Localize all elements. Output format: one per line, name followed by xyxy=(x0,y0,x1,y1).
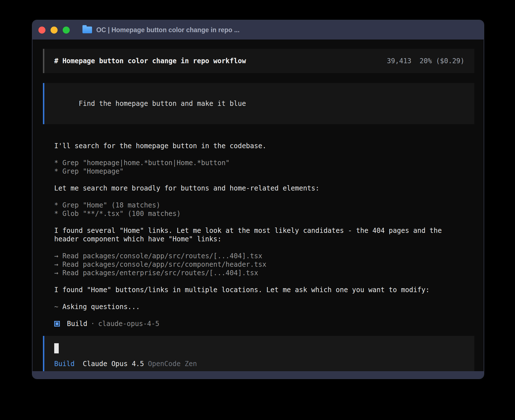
assistant-text: Let me search more broadly for buttons a… xyxy=(54,184,474,193)
agent-name: Build xyxy=(54,360,75,368)
tool-call-text: Grep "homepage|home.*button|Home.*button… xyxy=(58,159,230,167)
arrow-icon: → xyxy=(54,252,58,260)
session-title: # Homepage button color change in repo w… xyxy=(54,57,246,65)
minimize-button[interactable] xyxy=(51,27,58,34)
assistant-text: I found "Home" buttons/links in multiple… xyxy=(54,286,474,294)
tool-call: * Grep "Homepage" xyxy=(54,167,474,176)
folder-icon xyxy=(82,27,92,33)
tool-call: * Grep "homepage|home.*button|Home.*butt… xyxy=(54,159,474,167)
agent-square-icon xyxy=(54,321,60,327)
status-text: Asking questions... xyxy=(58,303,140,311)
terminal-window: OC | Homepage button color change in rep… xyxy=(32,20,484,379)
provider-name: OpenCode Zen xyxy=(148,360,197,368)
session-header: # Homepage button color change in repo w… xyxy=(43,49,474,73)
prompt-status-line: Build Claude Opus 4.5 OpenCode Zen xyxy=(54,360,464,368)
agent-badge-model: claude-opus-4-5 xyxy=(98,320,160,328)
agent-badge-name: Build xyxy=(67,320,87,328)
tool-call: → Read packages/console/app/src/componen… xyxy=(54,260,474,269)
asterisk-icon: * xyxy=(54,210,58,218)
tool-call: → Read packages/enterprise/src/routes/[.… xyxy=(54,269,474,277)
agent-badge: Build·claude-opus-4-5 xyxy=(54,320,474,328)
context-usage: 20% ($0.29) xyxy=(420,57,464,65)
zoom-button[interactable] xyxy=(63,27,70,34)
user-message: Find the homepage button and make it blu… xyxy=(43,83,474,124)
assistant-text: I found several "Home" links. Let me loo… xyxy=(54,226,474,243)
tool-call-text: Read packages/enterprise/src/routes/[...… xyxy=(58,269,258,277)
arrow-icon: → xyxy=(54,269,58,277)
tool-call: * Glob "**/*.tsx" (100 matches) xyxy=(54,209,474,218)
status-line: ~ Asking questions... xyxy=(54,303,474,311)
tool-call: → Read packages/console/app/src/routes/[… xyxy=(54,252,474,260)
tool-call-text: Read packages/console/app/src/routes/[..… xyxy=(58,252,262,260)
arrow-icon: → xyxy=(54,261,58,268)
asterisk-icon: * xyxy=(54,167,58,175)
tool-call-text: Grep "Home" (18 matches) xyxy=(58,201,160,209)
prompt-editor[interactable]: Build Claude Opus 4.5 OpenCode Zen xyxy=(43,336,474,371)
window-bottom-edge xyxy=(32,371,484,379)
session-stats: 39,413 20% ($0.29) xyxy=(387,57,464,65)
assistant-text: I'll search for the homepage button in t… xyxy=(54,142,474,150)
assistant-response: I'll search for the homepage button in t… xyxy=(54,133,474,328)
tool-call: * Grep "Home" (18 matches) xyxy=(54,201,474,209)
tool-call-text: Read packages/console/app/src/component/… xyxy=(58,261,266,268)
asterisk-icon: * xyxy=(54,159,58,167)
terminal-content: # Homepage button color change in repo w… xyxy=(32,40,484,371)
tilde-icon: ~ xyxy=(54,303,58,311)
user-message-text: Find the homepage button and make it blu… xyxy=(79,100,246,108)
window-title: OC | Homepage button color change in rep… xyxy=(96,26,239,34)
token-count: 39,413 xyxy=(387,57,411,65)
window-titlebar[interactable]: OC | Homepage button color change in rep… xyxy=(32,20,484,40)
close-button[interactable] xyxy=(38,27,45,34)
asterisk-icon: * xyxy=(54,201,58,209)
model-name: Claude Opus 4.5 xyxy=(83,360,144,368)
text-cursor xyxy=(54,343,59,353)
tool-call-text: Glob "**/*.tsx" (100 matches) xyxy=(58,210,180,218)
separator-dot: · xyxy=(91,320,95,328)
tool-call-text: Grep "Homepage" xyxy=(58,167,123,175)
